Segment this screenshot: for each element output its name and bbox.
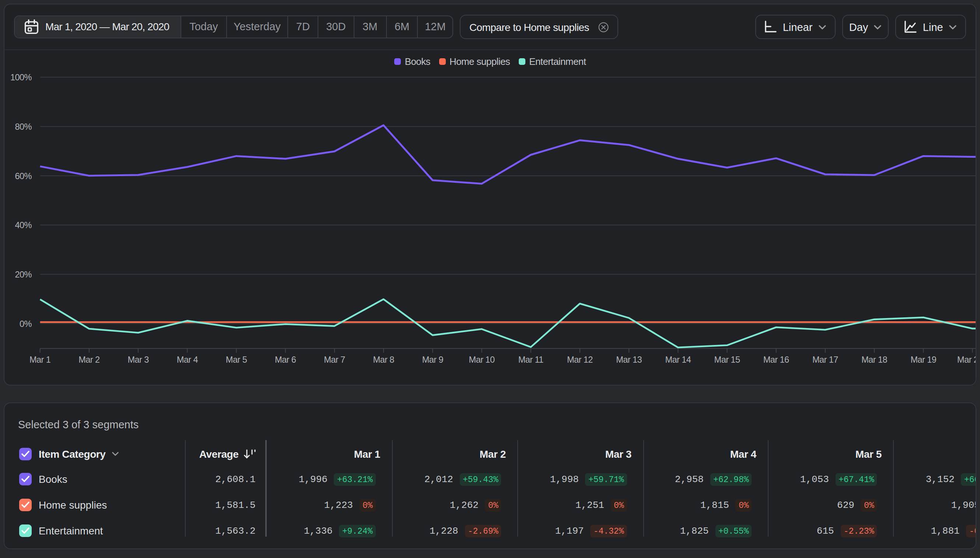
svg-text:40%: 40% xyxy=(15,220,32,230)
svg-text:Mar 13: Mar 13 xyxy=(616,355,642,364)
svg-text:20%: 20% xyxy=(15,270,32,279)
svg-text:Mar 6: Mar 6 xyxy=(275,355,296,364)
svg-text:Mar 12: Mar 12 xyxy=(567,355,593,364)
svg-text:Mar 18: Mar 18 xyxy=(861,355,887,364)
svg-text:Mar 11: Mar 11 xyxy=(518,355,543,364)
svg-text:Mar 14: Mar 14 xyxy=(665,355,691,364)
svg-text:Mar 5: Mar 5 xyxy=(226,355,247,364)
svg-text:Mar 8: Mar 8 xyxy=(373,355,394,364)
svg-text:100%: 100% xyxy=(10,72,32,82)
svg-text:Mar 10: Mar 10 xyxy=(469,355,495,364)
svg-text:Mar 20: Mar 20 xyxy=(957,355,975,364)
svg-text:Mar 4: Mar 4 xyxy=(177,355,198,364)
svg-text:60%: 60% xyxy=(15,171,32,181)
svg-text:Mar 3: Mar 3 xyxy=(128,355,149,364)
svg-text:Mar 1: Mar 1 xyxy=(29,355,51,364)
svg-text:Mar 19: Mar 19 xyxy=(910,355,936,364)
svg-text:80%: 80% xyxy=(15,122,32,131)
svg-text:Mar 9: Mar 9 xyxy=(422,355,443,364)
svg-text:Mar 2: Mar 2 xyxy=(79,355,100,364)
svg-text:Mar 7: Mar 7 xyxy=(324,355,345,364)
svg-text:0%: 0% xyxy=(20,319,32,329)
svg-text:Mar 16: Mar 16 xyxy=(764,355,789,364)
svg-text:Mar 17: Mar 17 xyxy=(812,355,838,364)
svg-text:Mar 15: Mar 15 xyxy=(715,355,740,364)
